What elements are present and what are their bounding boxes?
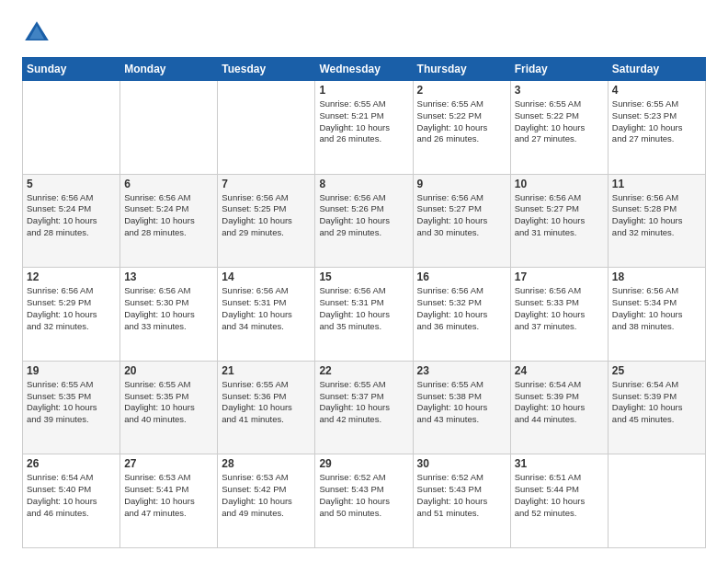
day-info: Sunrise: 6:56 AM Sunset: 5:33 PM Dayligh… (515, 285, 604, 332)
day-info: Sunrise: 6:55 AM Sunset: 5:22 PM Dayligh… (417, 98, 506, 145)
day-number: 4 (612, 84, 701, 97)
day-info: Sunrise: 6:56 AM Sunset: 5:27 PM Dayligh… (515, 192, 604, 239)
weekday-header-saturday: Saturday (608, 58, 705, 81)
week-row-2: 5Sunrise: 6:56 AM Sunset: 5:24 PM Daylig… (23, 174, 706, 268)
day-number: 7 (222, 178, 311, 190)
day-cell-29: 29Sunrise: 6:52 AM Sunset: 5:43 PM Dayli… (315, 454, 413, 548)
day-cell-13: 13Sunrise: 6:56 AM Sunset: 5:30 PM Dayli… (120, 268, 218, 362)
calendar-body: 1Sunrise: 6:55 AM Sunset: 5:21 PM Daylig… (23, 81, 706, 548)
day-number: 16 (417, 270, 506, 283)
weekday-header-monday: Monday (120, 58, 218, 81)
day-info: Sunrise: 6:55 AM Sunset: 5:35 PM Dayligh… (27, 379, 116, 426)
day-number: 6 (124, 178, 213, 190)
week-row-1: 1Sunrise: 6:55 AM Sunset: 5:21 PM Daylig… (23, 81, 706, 175)
day-cell-14: 14Sunrise: 6:56 AM Sunset: 5:31 PM Dayli… (218, 268, 315, 362)
day-cell-24: 24Sunrise: 6:54 AM Sunset: 5:39 PM Dayli… (510, 361, 608, 454)
day-info: Sunrise: 6:55 AM Sunset: 5:22 PM Dayligh… (515, 98, 604, 145)
day-info: Sunrise: 6:54 AM Sunset: 5:39 PM Dayligh… (612, 379, 701, 426)
day-number: 21 (222, 364, 311, 377)
day-info: Sunrise: 6:51 AM Sunset: 5:44 PM Dayligh… (515, 472, 604, 519)
day-number: 20 (124, 364, 213, 377)
weekday-header-tuesday: Tuesday (218, 58, 315, 81)
day-number: 28 (222, 457, 311, 470)
day-cell-20: 20Sunrise: 6:55 AM Sunset: 5:35 PM Dayli… (120, 361, 218, 454)
day-info: Sunrise: 6:56 AM Sunset: 5:30 PM Dayligh… (124, 285, 213, 332)
day-number: 3 (515, 84, 604, 97)
day-info: Sunrise: 6:55 AM Sunset: 5:38 PM Dayligh… (417, 379, 506, 426)
day-cell-6: 6Sunrise: 6:56 AM Sunset: 5:24 PM Daylig… (120, 174, 218, 268)
calendar-table: SundayMondayTuesdayWednesdayThursdayFrid… (22, 57, 706, 548)
day-info: Sunrise: 6:55 AM Sunset: 5:23 PM Dayligh… (612, 98, 701, 145)
weekday-header-friday: Friday (510, 58, 608, 81)
calendar-header: SundayMondayTuesdayWednesdayThursdayFrid… (23, 58, 706, 81)
day-number: 22 (319, 364, 408, 377)
day-number: 9 (417, 178, 506, 190)
weekday-header-thursday: Thursday (413, 58, 510, 81)
empty-cell (608, 454, 705, 548)
day-number: 11 (612, 178, 701, 190)
day-cell-30: 30Sunrise: 6:52 AM Sunset: 5:43 PM Dayli… (413, 454, 510, 548)
day-number: 23 (417, 364, 506, 377)
day-info: Sunrise: 6:56 AM Sunset: 5:32 PM Dayligh… (417, 285, 506, 332)
day-number: 10 (515, 178, 604, 190)
day-cell-22: 22Sunrise: 6:55 AM Sunset: 5:37 PM Dayli… (315, 361, 413, 454)
day-number: 24 (515, 364, 604, 377)
day-cell-23: 23Sunrise: 6:55 AM Sunset: 5:38 PM Dayli… (413, 361, 510, 454)
day-cell-7: 7Sunrise: 6:56 AM Sunset: 5:25 PM Daylig… (218, 174, 315, 268)
day-info: Sunrise: 6:56 AM Sunset: 5:29 PM Dayligh… (27, 285, 116, 332)
day-number: 30 (417, 457, 506, 470)
day-info: Sunrise: 6:53 AM Sunset: 5:42 PM Dayligh… (222, 472, 311, 519)
day-info: Sunrise: 6:54 AM Sunset: 5:39 PM Dayligh… (515, 379, 604, 426)
day-cell-10: 10Sunrise: 6:56 AM Sunset: 5:27 PM Dayli… (510, 174, 608, 268)
day-info: Sunrise: 6:52 AM Sunset: 5:43 PM Dayligh… (417, 472, 506, 519)
day-info: Sunrise: 6:53 AM Sunset: 5:41 PM Dayligh… (124, 472, 213, 519)
day-info: Sunrise: 6:52 AM Sunset: 5:43 PM Dayligh… (319, 472, 408, 519)
day-cell-17: 17Sunrise: 6:56 AM Sunset: 5:33 PM Dayli… (510, 268, 608, 362)
day-number: 31 (515, 457, 604, 470)
day-info: Sunrise: 6:56 AM Sunset: 5:28 PM Dayligh… (612, 192, 701, 239)
logo (22, 18, 57, 48)
day-info: Sunrise: 6:56 AM Sunset: 5:24 PM Dayligh… (27, 192, 116, 239)
day-cell-15: 15Sunrise: 6:56 AM Sunset: 5:31 PM Dayli… (315, 268, 413, 362)
day-cell-19: 19Sunrise: 6:55 AM Sunset: 5:35 PM Dayli… (23, 361, 120, 454)
week-row-5: 26Sunrise: 6:54 AM Sunset: 5:40 PM Dayli… (23, 454, 706, 548)
empty-cell (120, 81, 218, 175)
weekday-row: SundayMondayTuesdayWednesdayThursdayFrid… (23, 58, 706, 81)
day-number: 5 (27, 178, 116, 190)
day-cell-11: 11Sunrise: 6:56 AM Sunset: 5:28 PM Dayli… (608, 174, 705, 268)
header (22, 18, 706, 48)
day-cell-1: 1Sunrise: 6:55 AM Sunset: 5:21 PM Daylig… (315, 81, 413, 175)
day-cell-26: 26Sunrise: 6:54 AM Sunset: 5:40 PM Dayli… (23, 454, 120, 548)
day-info: Sunrise: 6:56 AM Sunset: 5:31 PM Dayligh… (319, 285, 408, 332)
day-cell-18: 18Sunrise: 6:56 AM Sunset: 5:34 PM Dayli… (608, 268, 705, 362)
day-number: 1 (319, 84, 408, 97)
day-number: 18 (612, 270, 701, 283)
day-info: Sunrise: 6:56 AM Sunset: 5:25 PM Dayligh… (222, 192, 311, 239)
weekday-header-wednesday: Wednesday (315, 58, 413, 81)
day-cell-12: 12Sunrise: 6:56 AM Sunset: 5:29 PM Dayli… (23, 268, 120, 362)
day-number: 14 (222, 270, 311, 283)
day-info: Sunrise: 6:56 AM Sunset: 5:27 PM Dayligh… (417, 192, 506, 239)
week-row-3: 12Sunrise: 6:56 AM Sunset: 5:29 PM Dayli… (23, 268, 706, 362)
day-info: Sunrise: 6:55 AM Sunset: 5:37 PM Dayligh… (319, 379, 408, 426)
day-number: 13 (124, 270, 213, 283)
empty-cell (218, 81, 315, 175)
day-number: 15 (319, 270, 408, 283)
day-info: Sunrise: 6:56 AM Sunset: 5:34 PM Dayligh… (612, 285, 701, 332)
day-number: 8 (319, 178, 408, 190)
day-cell-21: 21Sunrise: 6:55 AM Sunset: 5:36 PM Dayli… (218, 361, 315, 454)
day-cell-2: 2Sunrise: 6:55 AM Sunset: 5:22 PM Daylig… (413, 81, 510, 175)
day-cell-28: 28Sunrise: 6:53 AM Sunset: 5:42 PM Dayli… (218, 454, 315, 548)
day-number: 17 (515, 270, 604, 283)
day-number: 27 (124, 457, 213, 470)
weekday-header-sunday: Sunday (23, 58, 120, 81)
logo-icon (22, 18, 51, 48)
day-cell-5: 5Sunrise: 6:56 AM Sunset: 5:24 PM Daylig… (23, 174, 120, 268)
day-cell-3: 3Sunrise: 6:55 AM Sunset: 5:22 PM Daylig… (510, 81, 608, 175)
day-number: 29 (319, 457, 408, 470)
day-cell-27: 27Sunrise: 6:53 AM Sunset: 5:41 PM Dayli… (120, 454, 218, 548)
day-cell-9: 9Sunrise: 6:56 AM Sunset: 5:27 PM Daylig… (413, 174, 510, 268)
page: SundayMondayTuesdayWednesdayThursdayFrid… (0, 0, 728, 563)
day-info: Sunrise: 6:54 AM Sunset: 5:40 PM Dayligh… (27, 472, 116, 519)
day-cell-31: 31Sunrise: 6:51 AM Sunset: 5:44 PM Dayli… (510, 454, 608, 548)
